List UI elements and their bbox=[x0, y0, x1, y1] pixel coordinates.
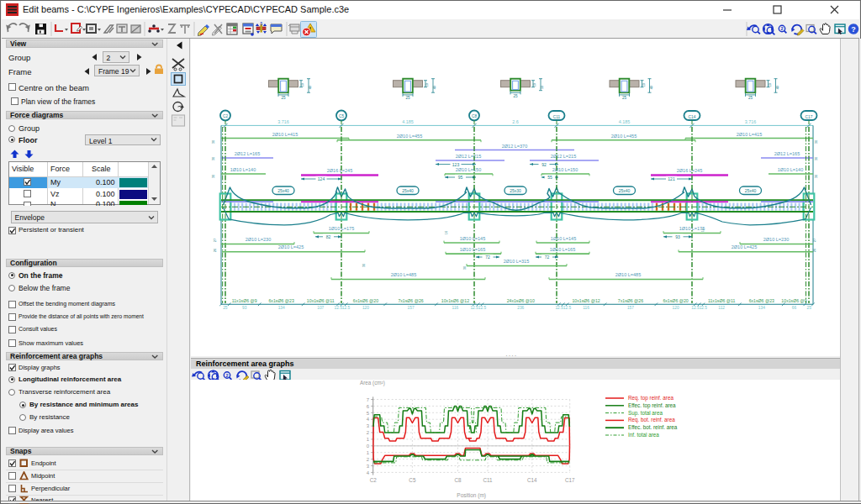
svg-text:5: 5 bbox=[367, 411, 370, 416]
svg-text:1Ø10 L=175: 1Ø10 L=175 bbox=[329, 226, 354, 231]
svg-text:40: 40 bbox=[776, 86, 779, 89]
svg-text:C14: C14 bbox=[527, 477, 537, 483]
svg-text:10x1sØ6 @11: 10x1sØ6 @11 bbox=[307, 298, 335, 303]
svg-text:12.512.5: 12.512.5 bbox=[470, 306, 486, 310]
svg-text:20: 20 bbox=[425, 83, 429, 87]
svg-text:30: 30 bbox=[541, 86, 544, 89]
svg-text:107: 107 bbox=[317, 306, 324, 310]
svg-text:27: 27 bbox=[812, 238, 816, 242]
svg-text:2Ø12 L=215: 2Ø12 L=215 bbox=[456, 154, 481, 159]
svg-text:27: 27 bbox=[213, 238, 217, 242]
svg-text:1Ø10 L=165: 1Ø10 L=165 bbox=[460, 247, 485, 252]
svg-text:134: 134 bbox=[278, 306, 285, 310]
svg-text:20: 20 bbox=[642, 83, 646, 87]
svg-text:2Ø10 L=425: 2Ø10 L=425 bbox=[278, 244, 304, 249]
svg-text:3: 3 bbox=[367, 423, 370, 428]
svg-text:121: 121 bbox=[668, 176, 675, 181]
svg-text:157: 157 bbox=[627, 306, 634, 310]
svg-text:7: 7 bbox=[367, 397, 370, 402]
svg-text:2Ø10 L=230: 2Ø10 L=230 bbox=[246, 237, 271, 242]
svg-text:93: 93 bbox=[675, 234, 680, 239]
svg-text:25: 25 bbox=[513, 94, 518, 98]
svg-text:25x40: 25x40 bbox=[619, 188, 631, 193]
svg-text:0: 0 bbox=[367, 444, 370, 449]
svg-text:Req. bot. reinf. area: Req. bot. reinf. area bbox=[628, 417, 675, 423]
svg-text:Position (m): Position (m) bbox=[457, 492, 486, 499]
svg-text:2Ø10 L=425: 2Ø10 L=425 bbox=[732, 244, 757, 249]
svg-text:6x1sØ6 @20: 6x1sØ6 @20 bbox=[663, 298, 688, 303]
svg-text:12.512.5: 12.512.5 bbox=[555, 306, 571, 310]
svg-text:2.6: 2.6 bbox=[512, 119, 519, 124]
svg-text:7x1sØ6 @26: 7x1sØ6 @26 bbox=[618, 298, 643, 303]
svg-text:2Ø10 L=150: 2Ø10 L=150 bbox=[456, 167, 481, 172]
svg-text:25x40: 25x40 bbox=[745, 188, 757, 193]
svg-text:134: 134 bbox=[758, 306, 765, 310]
svg-text:30: 30 bbox=[211, 174, 215, 178]
svg-text:7x1sØ6 @26: 7x1sØ6 @26 bbox=[398, 298, 423, 303]
svg-text:40: 40 bbox=[650, 86, 653, 89]
svg-text:25x40: 25x40 bbox=[277, 188, 289, 193]
svg-text:10x1sØ6 @12: 10x1sØ6 @12 bbox=[441, 298, 469, 303]
svg-text:25: 25 bbox=[806, 306, 811, 310]
svg-text:26: 26 bbox=[213, 248, 217, 252]
svg-text:30: 30 bbox=[462, 265, 467, 270]
svg-text:2: 2 bbox=[367, 430, 370, 435]
svg-text:2Ø12 L=370: 2Ø12 L=370 bbox=[502, 144, 527, 149]
svg-text:C14: C14 bbox=[689, 115, 696, 119]
svg-text:Req. top reinf. area: Req. top reinf. area bbox=[628, 395, 673, 402]
svg-text:6x1sØ6 @20: 6x1sØ6 @20 bbox=[353, 298, 378, 303]
svg-text:1Ø10 L=140: 1Ø10 L=140 bbox=[778, 167, 803, 172]
svg-text:116: 116 bbox=[452, 306, 459, 310]
svg-text:2Ø16 L=245: 2Ø16 L=245 bbox=[677, 168, 702, 173]
svg-text:3: 3 bbox=[367, 464, 370, 469]
svg-text:16: 16 bbox=[444, 230, 448, 234]
svg-text:20: 20 bbox=[533, 83, 536, 87]
svg-text:3.716: 3.716 bbox=[277, 119, 289, 124]
svg-text:4.185: 4.185 bbox=[619, 119, 631, 124]
svg-text:25x30: 25x30 bbox=[510, 188, 521, 193]
svg-text:2Ø10 L=485: 2Ø10 L=485 bbox=[615, 272, 641, 277]
svg-text:25: 25 bbox=[405, 96, 410, 100]
svg-text:66: 66 bbox=[792, 306, 797, 310]
svg-text:2Ø10 L=315: 2Ø10 L=315 bbox=[504, 259, 529, 264]
svg-text:12.512.5: 12.512.5 bbox=[691, 306, 707, 310]
svg-text:2Ø10 L=455: 2Ø10 L=455 bbox=[611, 134, 637, 139]
svg-text:120: 120 bbox=[673, 306, 679, 310]
svg-text:10: 10 bbox=[700, 228, 705, 232]
svg-text:55: 55 bbox=[547, 175, 552, 180]
svg-text:4: 4 bbox=[367, 470, 370, 475]
svg-text:116: 116 bbox=[583, 306, 589, 310]
svg-text:C5: C5 bbox=[339, 114, 344, 118]
svg-text:C17: C17 bbox=[806, 115, 813, 119]
svg-text:C8: C8 bbox=[472, 114, 477, 118]
svg-text:C2: C2 bbox=[370, 477, 378, 483]
svg-text:11x1sØ6 @11: 11x1sØ6 @11 bbox=[708, 298, 736, 303]
svg-text:25x40: 25x40 bbox=[402, 188, 414, 193]
svg-text:2: 2 bbox=[367, 457, 370, 462]
svg-text:25: 25 bbox=[748, 96, 753, 100]
svg-text:?: ? bbox=[851, 25, 856, 34]
svg-text:157: 157 bbox=[408, 306, 415, 310]
svg-text:72: 72 bbox=[545, 255, 550, 260]
svg-text:2Ø10 L=150: 2Ø10 L=150 bbox=[552, 167, 578, 172]
svg-text:Inf. total area: Inf. total area bbox=[628, 432, 659, 438]
svg-text:120: 120 bbox=[362, 306, 369, 310]
svg-text:20: 20 bbox=[301, 83, 304, 87]
svg-text:10x1sØ6 @12: 10x1sØ6 @12 bbox=[572, 298, 600, 303]
svg-text:82: 82 bbox=[326, 234, 331, 239]
svg-text:1: 1 bbox=[367, 450, 370, 455]
svg-text:Effec. top reinf. area: Effec. top reinf. area bbox=[628, 402, 676, 409]
svg-text:24x1sØ6 @10: 24x1sØ6 @10 bbox=[507, 298, 535, 303]
svg-text:72: 72 bbox=[485, 255, 490, 260]
svg-text:112: 112 bbox=[718, 306, 725, 310]
svg-text:93: 93 bbox=[242, 306, 247, 310]
svg-text:30: 30 bbox=[211, 139, 215, 144]
svg-text:C5: C5 bbox=[409, 477, 416, 483]
svg-text:Area (cm²): Area (cm²) bbox=[360, 380, 385, 386]
svg-text:2: 2 bbox=[780, 26, 783, 31]
svg-text:1Ø10 L=145: 1Ø10 L=145 bbox=[551, 236, 576, 241]
svg-text:2Ø10 L=455: 2Ø10 L=455 bbox=[397, 134, 422, 139]
svg-text:30: 30 bbox=[211, 156, 215, 160]
svg-text:92: 92 bbox=[541, 162, 547, 167]
svg-text:25: 25 bbox=[223, 306, 228, 310]
